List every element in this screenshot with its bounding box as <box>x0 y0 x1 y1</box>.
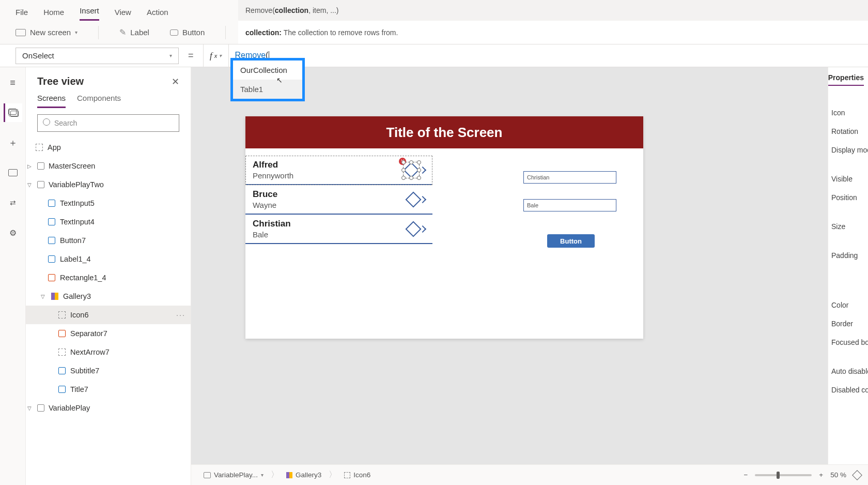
prop-auto-disable[interactable]: Auto disable <box>828 362 868 381</box>
breadcrumb-gallery[interactable]: Gallery3 <box>281 469 327 481</box>
tab-screens[interactable]: Screens <box>37 94 66 108</box>
ribbon-separator <box>225 26 226 39</box>
tree-view-title: Tree view <box>37 75 84 87</box>
chevron-down-icon[interactable]: ▽ <box>26 182 33 188</box>
tree-node-separator7[interactable]: Separator7 <box>26 324 191 343</box>
prop-position[interactable]: Position <box>828 188 868 207</box>
properties-panel: Properties Icon Rotation Display mod Vis… <box>828 67 868 464</box>
intellisense-option[interactable]: OurCollection <box>233 60 302 80</box>
tree-node-subtitle7[interactable]: Subtitle7 <box>26 361 191 380</box>
data-icon <box>8 169 18 176</box>
checkbox[interactable] <box>37 181 44 188</box>
zoom-out-button[interactable]: − <box>743 471 748 479</box>
app-icon <box>36 144 43 151</box>
arrow-icon <box>58 348 66 356</box>
tree-node-textinput5[interactable]: TextInput5 <box>26 194 191 213</box>
tab-components[interactable]: Components <box>77 94 121 108</box>
tree-node-icon6[interactable]: Icon6··· <box>26 306 191 324</box>
selected-icon-control[interactable]: ✕ <box>404 162 419 178</box>
menu-insert[interactable]: Insert <box>80 6 99 21</box>
breadcrumb-screen[interactable]: VariablePlay...▾ <box>198 469 269 481</box>
more-icon[interactable]: ··· <box>176 311 185 319</box>
intellisense-dropdown: OurCollection Table1 ↖ <box>230 58 305 101</box>
prop-padding[interactable]: Padding <box>828 246 868 265</box>
tree-node-variableplay[interactable]: ▽VariablePlay <box>26 399 191 417</box>
zoom-controls: − + 50 % <box>743 471 861 479</box>
screen-canvas[interactable]: Title of the Screen AlfredPennyworth ✕ B… <box>245 116 643 339</box>
close-icon[interactable]: ✕ <box>172 76 179 87</box>
tree-node-textinput4[interactable]: TextInput4 <box>26 213 191 231</box>
checkbox[interactable] <box>37 404 44 412</box>
rail-hamburger[interactable]: ≡ <box>4 73 22 92</box>
tree-node-nextarrow7[interactable]: NextArrow7 <box>26 343 191 361</box>
textinput-icon <box>48 218 55 225</box>
prop-color[interactable]: Color <box>828 296 868 314</box>
button-button[interactable]: Button <box>170 28 205 37</box>
tree-node-gallery3[interactable]: ▽Gallery3 <box>26 287 191 306</box>
intellisense-option[interactable]: Table1 <box>233 80 302 99</box>
zoom-slider[interactable] <box>755 474 812 476</box>
row-last-name: Wayne <box>253 201 277 209</box>
zoom-in-button[interactable]: + <box>819 471 823 479</box>
chevron-down-icon[interactable]: ▽ <box>26 405 33 411</box>
chevron-down-icon[interactable]: ▽ <box>39 294 47 299</box>
text-input-1[interactable]: Christian <box>523 171 616 184</box>
fullscreen-icon[interactable] <box>852 470 862 480</box>
property-dropdown[interactable]: OnSelect ▾ <box>16 48 179 64</box>
label-icon <box>58 386 66 393</box>
gallery-row[interactable]: AlfredPennyworth ✕ <box>245 156 432 185</box>
rail-tree-view[interactable] <box>4 103 22 122</box>
tree-node-masterscreen[interactable]: ▷MasterScreen <box>26 157 191 175</box>
next-arrow-icon[interactable] <box>419 166 426 173</box>
chevron-right-icon[interactable]: ▷ <box>26 163 33 169</box>
tree-node-button7[interactable]: Button7 <box>26 231 191 250</box>
menu-action[interactable]: Action <box>147 8 168 21</box>
tree-node-label1-4[interactable]: Label1_4 <box>26 250 191 268</box>
properties-tab[interactable]: Properties <box>828 73 864 86</box>
gallery-row[interactable]: ChristianBale <box>245 215 432 244</box>
label-icon <box>48 255 55 263</box>
prop-border[interactable]: Border <box>828 314 868 333</box>
next-arrow-icon[interactable] <box>419 195 426 203</box>
checkbox[interactable] <box>37 162 44 170</box>
new-screen-button[interactable]: New screen ▾ <box>16 28 78 37</box>
rail-data[interactable] <box>4 163 22 182</box>
text-input-2[interactable]: Bale <box>523 199 616 211</box>
gallery-row[interactable]: BruceWayne <box>245 185 432 215</box>
label-button[interactable]: Label <box>119 27 149 37</box>
search-input[interactable]: Search <box>37 114 179 132</box>
canvas-area[interactable]: Title of the Screen AlfredPennyworth ✕ B… <box>191 67 868 464</box>
tree-node-app[interactable]: App <box>26 138 191 157</box>
rail-media[interactable]: ⇄ <box>4 193 22 212</box>
gallery-control[interactable]: AlfredPennyworth ✕ BruceWayne ChristianB… <box>245 156 432 244</box>
canvas-button[interactable]: Button <box>547 234 595 248</box>
prop-focused-border[interactable]: Focused bor <box>828 333 868 352</box>
menu-view[interactable]: View <box>115 8 131 21</box>
menu-file[interactable]: File <box>16 8 28 21</box>
prop-size[interactable]: Size <box>828 217 868 236</box>
button-icon <box>170 29 178 36</box>
tree-node-variableplaytwo[interactable]: ▽VariablePlayTwo <box>26 175 191 194</box>
gallery-icon <box>51 293 58 300</box>
prop-icon[interactable]: Icon <box>828 103 868 122</box>
tree-node-rectangle1-4[interactable]: Rectangle1_4 <box>26 268 191 287</box>
tree-node-title7[interactable]: Title7 <box>26 380 191 399</box>
prop-disabled-color[interactable]: Disabled col <box>828 381 868 399</box>
rectangle-icon <box>48 274 55 281</box>
formula-input[interactable]: Remove( <box>229 51 868 60</box>
prop-rotation[interactable]: Rotation <box>828 122 868 141</box>
menu-home[interactable]: Home <box>43 8 64 21</box>
cursor-icon: ↖ <box>276 76 283 84</box>
next-arrow-icon[interactable] <box>419 225 426 232</box>
separator-icon <box>58 330 66 337</box>
rail-insert[interactable]: ＋ <box>4 133 22 152</box>
gallery-icon <box>286 472 292 478</box>
rail-advanced[interactable]: ⚙ <box>4 223 22 242</box>
breadcrumb-control[interactable]: Icon6 <box>339 469 376 481</box>
prop-display-mode[interactable]: Display mod <box>828 141 868 159</box>
fx-button[interactable]: fx ▾ <box>203 44 229 67</box>
group-icon <box>58 311 66 319</box>
prop-visible[interactable]: Visible <box>828 170 868 188</box>
label-icon <box>58 367 66 374</box>
layers-icon <box>9 109 18 116</box>
